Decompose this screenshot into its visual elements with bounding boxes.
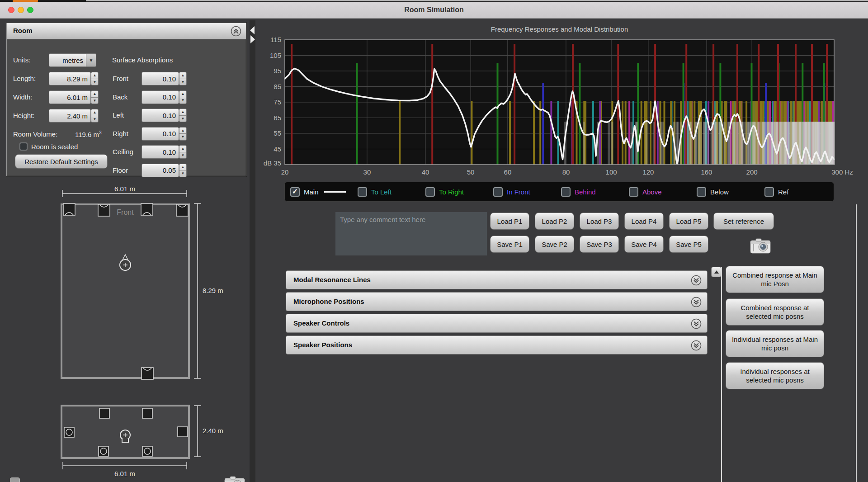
speaker-icon[interactable] — [64, 427, 74, 437]
speaker-icon[interactable] — [98, 204, 110, 216]
absorption-field-Back[interactable]: 0.10 — [142, 90, 179, 104]
dim-label-1: Width: — [13, 93, 33, 101]
right-scrollbar-edge[interactable] — [856, 204, 857, 482]
save-p5-button[interactable]: Save P5 — [669, 236, 708, 253]
absorption-field-Ceiling[interactable]: 0.10 — [142, 145, 179, 159]
save-p2-button[interactable]: Save P2 — [535, 236, 574, 253]
speaker-icon[interactable] — [142, 408, 152, 418]
action-button-2[interactable]: Individual responses at Main mic posn — [726, 330, 824, 357]
legend-checkbox[interactable] — [561, 187, 571, 197]
room-sealed-label: Room is sealed — [31, 143, 78, 151]
window-titlebar: Room Simulation — [0, 2, 868, 19]
collapse-up-icon[interactable] — [231, 26, 241, 37]
speaker-icon[interactable] — [141, 203, 153, 215]
section-microphone-positions[interactable]: Microphone Positions — [286, 292, 708, 311]
absorption-field-Left[interactable]: 0.10 — [142, 109, 179, 122]
absorption-spinner-Right[interactable]: ▲▼ — [179, 127, 187, 141]
background-window-edge — [86, 0, 868, 1]
action-button-3[interactable]: Individual responses at selected mic pos… — [726, 362, 824, 389]
room-panel-header[interactable]: Room — [7, 23, 246, 39]
dim-field-1[interactable]: 6.01 m — [49, 90, 91, 104]
legend-checkbox[interactable]: ✓ — [290, 187, 300, 197]
set-reference-button[interactable]: Set reference — [713, 213, 774, 230]
legend-checkbox[interactable] — [425, 187, 435, 197]
absorption-field-Floor[interactable]: 0.05 — [142, 164, 179, 177]
dim-field-2[interactable]: 2.40 m — [49, 109, 91, 123]
save-p3-button[interactable]: Save P3 — [580, 236, 619, 253]
load-p5-button[interactable]: Load P5 — [669, 213, 708, 230]
room-diagrams: 6.01 mFront8.29 m2.40 m6.01 m — [0, 179, 253, 482]
dim-label-0: Length: — [13, 75, 36, 82]
y-tick-label: 65 — [274, 114, 281, 122]
speaker-icon[interactable] — [176, 204, 188, 216]
units-select[interactable]: metres — [49, 53, 86, 67]
section-speaker-controls[interactable]: Speaker Controls — [286, 314, 708, 333]
x-tick-label: 120 — [642, 168, 654, 176]
absorption-field-Front[interactable]: 0.10 — [142, 72, 179, 85]
legend-label: Main — [304, 188, 319, 196]
bottom-left-widget[interactable] — [10, 477, 20, 482]
expand-down-icon[interactable] — [691, 340, 702, 351]
dim-spinner-2[interactable]: ▲▼ — [91, 109, 99, 123]
room-simulation-window: Room Simulation Room Units:metres▼Length… — [0, 0, 868, 482]
absorption-spinner-Back[interactable]: ▲▼ — [179, 90, 187, 104]
y-tick-label: 55 — [274, 129, 281, 137]
comment-input[interactable]: Type any comment text here — [335, 212, 487, 255]
save-p1-button[interactable]: Save P1 — [490, 236, 529, 253]
legend-checkbox[interactable] — [358, 187, 367, 197]
absorption-spinner-Floor[interactable]: ▲▼ — [179, 164, 187, 177]
action-button-1[interactable]: Combined response at selected mic posns — [726, 298, 824, 326]
section-speaker-positions[interactable]: Speaker Positions — [286, 336, 708, 354]
section-modal-resonance-lines[interactable]: Modal Resonance Lines — [286, 270, 708, 289]
legend-checkbox[interactable] — [493, 187, 503, 197]
absorption-label-Floor: Floor — [113, 166, 128, 174]
legend-label: Behind — [575, 188, 596, 196]
speaker-icon[interactable] — [178, 427, 188, 437]
speaker-icon[interactable] — [142, 446, 152, 456]
legend-item-ref: Ref — [764, 187, 788, 197]
absorption-spinner-Ceiling[interactable]: ▲▼ — [179, 145, 187, 159]
side-view-height-label: 2.40 m — [203, 427, 223, 435]
save-p4-button[interactable]: Save P4 — [624, 236, 664, 253]
x-tick-label: 40 — [422, 168, 429, 176]
absorption-spinner-Front[interactable]: ▲▼ — [179, 72, 187, 85]
scrollbar-track[interactable] — [721, 267, 722, 482]
listener-side-icon[interactable] — [120, 430, 130, 442]
section-title: Speaker Controls — [293, 319, 349, 327]
restore-defaults-button[interactable]: Restore Default Settings — [15, 154, 108, 169]
expand-down-icon[interactable] — [691, 318, 702, 329]
dim-field-0[interactable]: 8.29 m — [49, 72, 91, 85]
x-tick-label: 300 Hz — [831, 168, 853, 176]
absorption-spinner-Left[interactable]: ▲▼ — [179, 109, 187, 122]
speaker-icon[interactable] — [63, 203, 75, 215]
y-tick-label: 105 — [270, 52, 281, 59]
speaker-icon[interactable] — [99, 446, 108, 456]
expand-down-icon[interactable] — [691, 297, 702, 307]
dim-spinner-0[interactable]: ▲▼ — [91, 72, 99, 85]
speaker-icon[interactable] — [142, 368, 153, 379]
absorption-field-Right[interactable]: 0.10 — [142, 127, 179, 141]
top-view-length-label: 8.29 m — [203, 287, 223, 294]
legend-checkbox[interactable] — [764, 187, 774, 197]
x-tick-label: 80 — [562, 168, 570, 176]
speaker-icon[interactable] — [99, 408, 109, 418]
load-p1-button[interactable]: Load P1 — [490, 213, 529, 230]
dim-spinner-1[interactable]: ▲▼ — [91, 90, 99, 104]
legend-checkbox[interactable] — [697, 187, 706, 197]
load-p3-button[interactable]: Load P3 — [580, 213, 619, 230]
snapshot-camera-icon[interactable] — [750, 237, 772, 254]
bottom-camera-icon[interactable] — [224, 475, 246, 482]
units-dropdown-arrow-icon[interactable]: ▼ — [86, 53, 96, 67]
x-tick-label: 60 — [504, 168, 512, 176]
load-p2-button[interactable]: Load P2 — [535, 213, 574, 230]
x-tick-label: 30 — [363, 168, 371, 176]
load-p4-button[interactable]: Load P4 — [624, 213, 664, 230]
legend-line-sample — [324, 191, 346, 193]
action-button-0[interactable]: Combined response at Main mic Posn — [726, 266, 824, 293]
legend-item-below: Below — [697, 187, 729, 197]
legend-checkbox[interactable] — [629, 187, 638, 197]
legend-label: In Front — [507, 188, 530, 196]
room-sealed-checkbox[interactable] — [19, 142, 28, 151]
expand-down-icon[interactable] — [691, 275, 702, 286]
scrollbar-up-button[interactable] — [711, 267, 722, 277]
